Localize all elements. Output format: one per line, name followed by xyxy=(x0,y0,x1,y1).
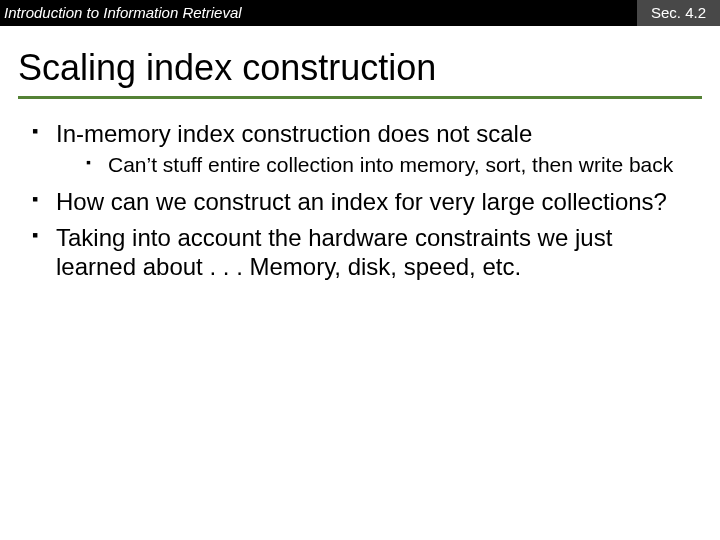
sub-bullet-list: Can’t stuff entire collection into memor… xyxy=(86,152,690,178)
bullet-item: In-memory index construction does not sc… xyxy=(30,119,690,178)
bullet-item: How can we construct an index for very l… xyxy=(30,187,690,216)
bullet-text: In-memory index construction does not sc… xyxy=(56,120,532,147)
section-label: Sec. 4.2 xyxy=(637,0,720,26)
sub-bullet-item: Can’t stuff entire collection into memor… xyxy=(86,152,690,178)
bullet-item: Taking into account the hardware constra… xyxy=(30,223,690,282)
course-title: Introduction to Information Retrieval xyxy=(0,0,248,26)
slide-title: Scaling index construction xyxy=(18,48,702,99)
bullet-list: In-memory index construction does not sc… xyxy=(30,119,690,282)
slide-body: In-memory index construction does not sc… xyxy=(0,105,720,282)
bullet-text: Taking into account the hardware constra… xyxy=(56,224,612,280)
title-container: Scaling index construction xyxy=(0,26,720,105)
header-bar: Introduction to Information Retrieval Se… xyxy=(0,0,720,26)
bullet-text: How can we construct an index for very l… xyxy=(56,188,667,215)
sub-bullet-text: Can’t stuff entire collection into memor… xyxy=(108,153,673,176)
